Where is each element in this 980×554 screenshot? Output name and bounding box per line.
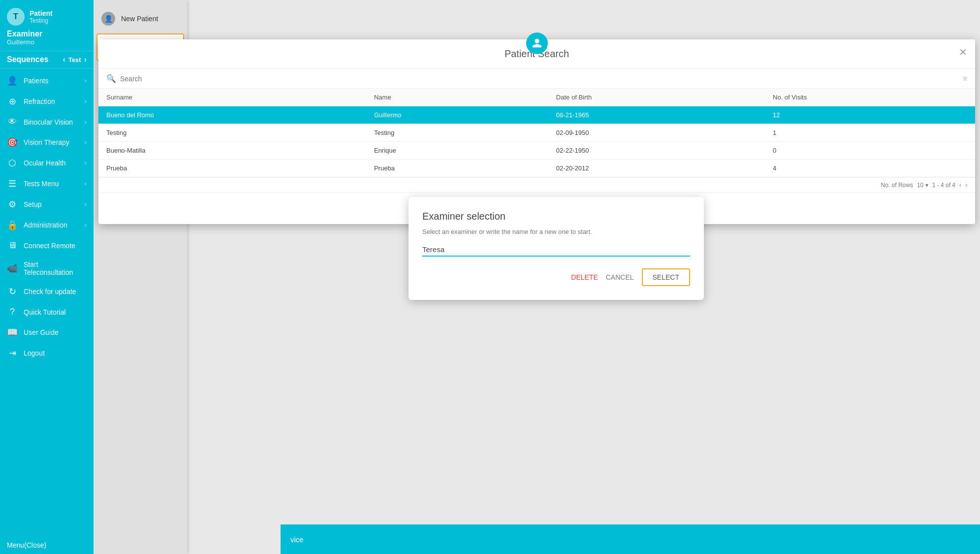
sidebar-item-tests-menu[interactable]: ☰ Tests Menu › <box>0 173 94 194</box>
sidebar: T Patient Testing Examiner Guillermo Seq… <box>0 0 94 554</box>
setup-arrow: › <box>85 201 87 208</box>
sidebar-item-ocular-health[interactable]: ⬡ Ocular Health › <box>0 153 94 173</box>
table-row[interactable]: PruebaPrueba02-20-20124 <box>98 160 975 177</box>
sidebar-item-tests-menu-label: Tests Menu <box>24 180 79 188</box>
binocular-vision-icon: 👁 <box>7 117 18 127</box>
sidebar-item-binocular-vision[interactable]: 👁 Binocular Vision › <box>0 112 94 132</box>
setup-icon: ⚙ <box>7 199 18 210</box>
sidebar-item-administration[interactable]: 🔒 Administration › <box>0 215 94 235</box>
sidebar-item-vision-therapy-label: Vision Therapy <box>24 138 79 146</box>
filter-icon[interactable]: ≡ <box>963 74 967 83</box>
examiner-dialog: Examiner selection Select an examiner or… <box>409 197 704 300</box>
sidebar-item-connect-remote-label: Connect Remote <box>24 242 87 250</box>
patient-details: Patient Testing <box>30 9 53 24</box>
sidebar-item-user-guide[interactable]: 📖 User Guide <box>0 322 94 343</box>
examiner-delete-button[interactable]: DELETE <box>571 273 598 281</box>
prev-page[interactable]: ‹ <box>959 182 961 189</box>
patients-icon: 👤 <box>7 75 18 86</box>
sidebar-item-teleconsultation-label: Start Teleconsultation <box>24 261 87 276</box>
submenu-new-patient-label: New Patient <box>121 15 158 23</box>
table-footer: No. of Rows 10 ▾ 1 - 4 of 4 ‹ › <box>98 177 975 193</box>
sidebar-item-connect-remote[interactable]: 🖥 Connect Remote <box>0 235 94 256</box>
quick-tutorial-icon: ? <box>7 307 18 317</box>
refraction-arrow: › <box>85 98 87 105</box>
ocular-health-icon: ⬡ <box>7 158 18 168</box>
new-patient-icon: 👤 <box>101 12 115 26</box>
examiner-select-button[interactable]: SELECT <box>642 268 690 286</box>
vision-therapy-icon: 🎯 <box>7 137 18 148</box>
examiner-cancel-button[interactable]: CANCEL <box>606 273 634 281</box>
administration-icon: 🔒 <box>7 220 18 230</box>
table-row[interactable]: TestingTesting02-09-19501 <box>98 124 975 142</box>
connect-remote-icon: 🖥 <box>7 240 18 251</box>
sidebar-item-vision-therapy[interactable]: 🎯 Vision Therapy › <box>0 132 94 153</box>
ocular-health-arrow: › <box>85 160 87 166</box>
teleconsultation-icon: 📹 <box>7 263 18 274</box>
vision-therapy-arrow: › <box>85 139 87 146</box>
search-bar: 🔍 ≡ <box>98 69 975 89</box>
refraction-icon: ⊕ <box>7 96 18 107</box>
rows-value[interactable]: 10 ▾ <box>917 182 928 189</box>
sidebar-item-check-update-label: Check for update <box>24 288 87 295</box>
avatar: T <box>7 8 25 26</box>
binocular-vision-arrow: › <box>85 119 87 126</box>
sidebar-item-start-teleconsultation[interactable]: 📹 Start Teleconsultation <box>0 256 94 281</box>
sequences-prev[interactable]: ‹ <box>63 55 65 64</box>
search-input[interactable] <box>120 75 959 83</box>
col-dob: Date of Birth <box>548 89 765 106</box>
sidebar-item-binocular-vision-label: Binocular Vision <box>24 118 79 126</box>
sequences-section: Sequences ‹ Test › <box>0 51 94 68</box>
examiner-label: Examiner <box>7 30 87 38</box>
examiner-name: Guillermo <box>7 38 87 46</box>
sidebar-item-setup-label: Setup <box>24 200 79 208</box>
sidebar-item-setup[interactable]: ⚙ Setup › <box>0 194 94 215</box>
logout-icon: ⇥ <box>7 348 18 358</box>
col-surname: Surname <box>98 89 366 106</box>
tests-menu-arrow: › <box>85 180 87 187</box>
bottom-bar: vice <box>281 524 980 554</box>
sidebar-item-quick-tutorial[interactable]: ? Quick Tutorial <box>0 302 94 322</box>
patient-name: Patient <box>30 9 53 17</box>
examiner-dialog-description: Select an examiner or write the name for… <box>422 228 690 235</box>
teal-circle <box>526 33 548 54</box>
sequences-nav: ‹ Test › <box>63 55 87 64</box>
sidebar-item-check-update[interactable]: ↻ Check for update <box>0 281 94 302</box>
sidebar-item-refraction-label: Refraction <box>24 98 79 105</box>
sidebar-menu: 👤 Patients › ⊕ Refraction › 👁 Binocular … <box>0 68 94 536</box>
modal-close-button[interactable]: ✕ <box>959 46 967 58</box>
page-info: 1 - 4 of 4 <box>932 182 955 189</box>
examiner-dialog-title: Examiner selection <box>422 211 690 222</box>
patient-sub: Testing <box>30 17 53 24</box>
table-row[interactable]: Bueno-MatillaEnrique02-22-19500 <box>98 142 975 160</box>
sequences-next[interactable]: › <box>84 55 87 64</box>
patients-arrow: › <box>85 77 87 84</box>
patient-search-modal: Patient Search ✕ 🔍 ≡ Surname Name Date o… <box>98 39 975 224</box>
examiner-input[interactable] <box>422 243 690 257</box>
sidebar-item-logout[interactable]: ⇥ Logout <box>0 343 94 363</box>
menu-close[interactable]: Menu(Close) <box>0 536 94 554</box>
next-page[interactable]: › <box>965 182 967 189</box>
table-container: Surname Name Date of Birth No. of Visits… <box>98 89 975 177</box>
tests-menu-icon: ☰ <box>7 178 18 189</box>
check-update-icon: ↻ <box>7 286 18 297</box>
main-content: Patient Search ✕ 🔍 ≡ Surname Name Date o… <box>94 0 980 554</box>
table-row[interactable]: Bueno del RomoGuillermo08-21-196512 <box>98 106 975 124</box>
sidebar-item-refraction[interactable]: ⊕ Refraction › <box>0 91 94 112</box>
submenu-new-patient[interactable]: 👤 New Patient <box>94 5 187 33</box>
bottom-bar-text: vice <box>290 535 304 544</box>
sequences-current: Test <box>68 56 81 64</box>
search-icon: 🔍 <box>106 74 116 83</box>
sidebar-item-administration-label: Administration <box>24 221 79 229</box>
sidebar-item-patients-label: Patients <box>24 77 79 85</box>
sidebar-item-logout-label: Logout <box>24 349 87 357</box>
examiner-actions: DELETE CANCEL SELECT <box>422 268 690 286</box>
patient-table: Surname Name Date of Birth No. of Visits… <box>98 89 975 177</box>
sidebar-item-patients[interactable]: 👤 Patients › <box>0 70 94 91</box>
sidebar-item-ocular-health-label: Ocular Health <box>24 159 79 167</box>
administration-arrow: › <box>85 222 87 228</box>
sidebar-header: T Patient Testing Examiner Guillermo <box>0 0 94 51</box>
examiner-section: Examiner Guillermo <box>7 30 87 46</box>
col-name: Name <box>366 89 548 106</box>
sidebar-item-user-guide-label: User Guide <box>24 328 87 336</box>
col-visits: No. of Visits <box>765 89 975 106</box>
